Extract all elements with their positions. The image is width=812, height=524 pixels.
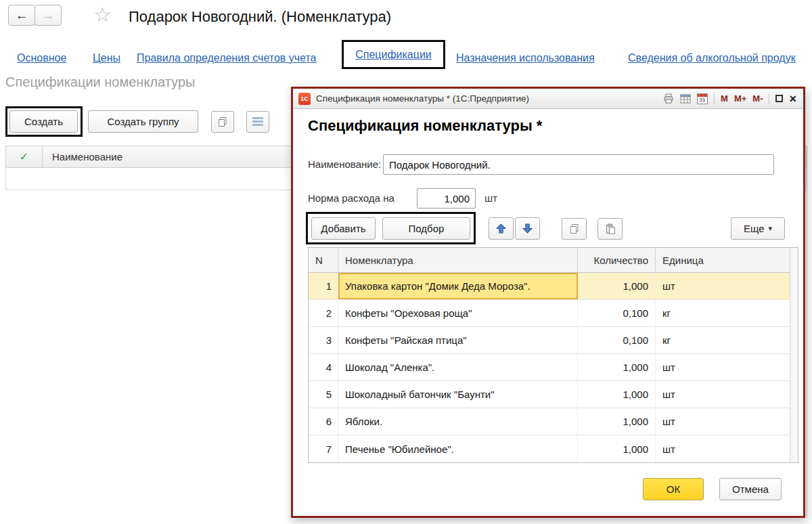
forward-button[interactable]: → xyxy=(35,5,62,26)
table-header-row: N Номенклатура Количество Единица xyxy=(309,248,798,273)
specification-dialog: 1С Спецификация номенклатуры * (1С:Предп… xyxy=(291,87,805,518)
cell-unit[interactable]: шт xyxy=(656,273,791,299)
back-button[interactable]: ← xyxy=(8,5,35,26)
list-view-button[interactable] xyxy=(246,111,269,133)
copy-icon xyxy=(217,116,228,127)
cell-name[interactable]: Шоколадный батончик "Баунти" xyxy=(338,381,578,408)
cell-unit[interactable]: шт xyxy=(656,381,791,408)
forward-arrow-icon: → xyxy=(42,8,55,23)
table-row[interactable]: 5 Шоколадный батончик "Баунти" 1,000 шт xyxy=(309,381,798,408)
tab-alcohol-info[interactable]: Сведения об алкогольной продук xyxy=(628,49,812,68)
pick-button[interactable]: Подбор xyxy=(382,217,470,240)
copy-item-button[interactable] xyxy=(211,111,234,133)
nav-buttons: ← → xyxy=(8,5,62,26)
memory-m-button[interactable]: М xyxy=(721,93,728,104)
cell-name[interactable]: Конфеты "Ореховая роща" xyxy=(338,300,578,326)
cell-name[interactable]: Конфеты "Райская птица" xyxy=(338,327,578,353)
check-column-header: ✓ xyxy=(6,146,43,167)
cell-name[interactable]: Упаковка картон "Домик Деда Мороза". xyxy=(338,273,578,299)
column-unit[interactable]: Единица xyxy=(656,248,791,272)
chevron-down-icon: ▾ xyxy=(769,224,773,233)
cell-qty[interactable]: 1,000 xyxy=(578,408,656,435)
tab-specifications[interactable]: Спецификации xyxy=(344,42,443,67)
print-button[interactable] xyxy=(663,93,674,104)
dialog-titlebar-title: Спецификация номенклатуры * (1С:Предприя… xyxy=(316,93,529,104)
maximize-button[interactable] xyxy=(775,95,783,102)
tab-prices[interactable]: Цены xyxy=(93,49,120,68)
table-row[interactable]: 6 Яблоки. 1,000 шт xyxy=(309,408,798,435)
cell-name[interactable]: Печенье "Юбилейное". xyxy=(338,435,578,462)
calendar-day-label: 31 xyxy=(700,96,706,104)
more-button-label: Еще xyxy=(744,223,765,234)
table-row[interactable]: 2 Конфеты "Ореховая роща" 0,100 кг xyxy=(309,300,798,327)
cell-qty[interactable]: 0,100 xyxy=(578,327,656,353)
1c-logo-icon: 1С xyxy=(298,93,311,105)
cell-n[interactable]: 5 xyxy=(309,381,338,408)
cell-n[interactable]: 2 xyxy=(309,300,338,326)
cell-qty[interactable]: 1,000 xyxy=(578,435,656,462)
cell-name[interactable]: Шоколад "Аленка". xyxy=(338,354,578,380)
page-title: Подарок Новогодний. (Номенклатура) xyxy=(129,8,391,26)
cell-n[interactable]: 4 xyxy=(309,354,338,380)
column-n[interactable]: N xyxy=(309,248,338,272)
table-icon xyxy=(680,93,691,104)
calendar-icon xyxy=(698,94,707,97)
tab-usage-purposes[interactable]: Назначения использования xyxy=(456,49,595,68)
cell-unit[interactable]: шт xyxy=(656,354,791,380)
items-table: N Номенклатура Количество Единица 1 Упак… xyxy=(308,247,798,463)
paste-row-button[interactable] xyxy=(597,218,623,240)
tab-main[interactable]: Основное xyxy=(17,49,66,68)
memory-m-plus-button[interactable]: М+ xyxy=(734,93,746,104)
cell-qty[interactable]: 1,000 xyxy=(578,381,656,408)
table-scrollbar[interactable] xyxy=(790,248,798,462)
memory-m-minus-button[interactable]: М- xyxy=(752,93,763,104)
close-button[interactable]: × xyxy=(789,93,796,105)
create-group-button[interactable]: Создать группу xyxy=(88,110,198,133)
norm-input[interactable] xyxy=(417,188,476,209)
tab-account-rules[interactable]: Правила определения счетов учета xyxy=(137,49,317,68)
cell-qty[interactable]: 1,000 xyxy=(578,354,656,380)
cell-unit[interactable]: шт xyxy=(656,435,791,462)
titlebar-separator xyxy=(769,93,769,104)
cancel-button[interactable]: Отмена xyxy=(719,478,782,500)
move-up-button[interactable] xyxy=(489,217,514,240)
column-name[interactable]: Номенклатура xyxy=(338,248,578,272)
section-title: Спецификации номенклатуры xyxy=(5,74,195,90)
table-row[interactable]: 7 Печенье "Юбилейное". 1,000 шт xyxy=(309,435,798,462)
favorite-star-icon[interactable]: ☆ xyxy=(93,3,112,27)
copy-icon xyxy=(569,223,580,234)
column-qty[interactable]: Количество xyxy=(578,248,656,272)
cell-n[interactable]: 6 xyxy=(309,408,338,435)
name-input[interactable] xyxy=(383,154,774,175)
cell-unit[interactable]: шт xyxy=(656,408,791,435)
cell-unit[interactable]: кг xyxy=(656,327,791,353)
table-row[interactable]: 1 Упаковка картон "Домик Деда Мороза". 1… xyxy=(309,273,798,300)
create-button[interactable]: Создать xyxy=(9,110,78,133)
paste-icon xyxy=(605,223,616,234)
norm-unit-label: шт xyxy=(484,188,497,209)
table-row[interactable]: 3 Конфеты "Райская птица" 0,100 кг xyxy=(309,327,798,354)
dialog-titlebar[interactable]: 1С Спецификация номенклатуры * (1С:Предп… xyxy=(293,89,803,109)
check-icon: ✓ xyxy=(20,150,28,163)
cell-n[interactable]: 7 xyxy=(309,435,338,462)
calendar-button[interactable]: 31 xyxy=(697,93,708,104)
cell-qty[interactable]: 1,000 xyxy=(578,273,656,299)
arrow-down-icon xyxy=(522,223,533,234)
copy-row-button[interactable] xyxy=(562,218,587,240)
dialog-heading: Спецификация номенклатуры * xyxy=(308,117,542,135)
add-button[interactable]: Добавить xyxy=(311,217,376,240)
ok-button[interactable]: ОК xyxy=(643,478,704,500)
cell-qty[interactable]: 0,100 xyxy=(578,300,656,326)
cell-name[interactable]: Яблоки. xyxy=(338,408,578,435)
list-scrollbar[interactable] xyxy=(807,146,807,518)
table-view-button[interactable] xyxy=(680,93,691,104)
back-arrow-icon: ← xyxy=(16,8,28,23)
more-button[interactable]: Еще ▾ xyxy=(731,217,785,240)
cell-n[interactable]: 3 xyxy=(309,327,338,353)
titlebar-separator xyxy=(714,93,715,104)
table-row[interactable]: 4 Шоколад "Аленка". 1,000 шт xyxy=(309,354,798,381)
norm-field-label: Норма расхода на xyxy=(308,188,394,209)
move-down-button[interactable] xyxy=(515,217,540,240)
cell-unit[interactable]: кг xyxy=(656,300,791,326)
cell-n[interactable]: 1 xyxy=(309,273,338,299)
